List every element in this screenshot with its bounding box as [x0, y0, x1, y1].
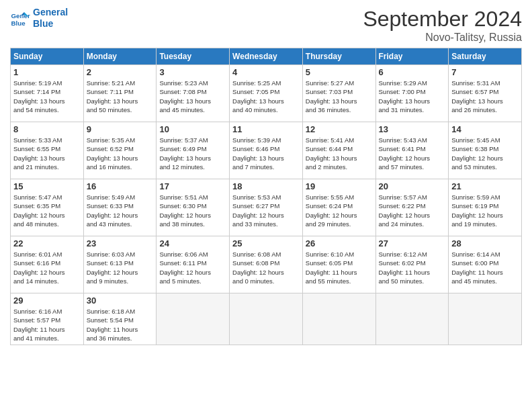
- day-info: Sunrise: 5:59 AMSunset: 6:19 PMDaylight:…: [451, 193, 519, 228]
- day-info: Sunrise: 6:16 AMSunset: 5:57 PMDaylight:…: [13, 307, 81, 342]
- calendar-week-row: 22Sunrise: 6:01 AMSunset: 6:16 PMDayligh…: [11, 236, 522, 293]
- day-number: 14: [451, 124, 519, 134]
- day-info: Sunrise: 6:06 AMSunset: 6:11 PMDaylight:…: [159, 250, 226, 285]
- day-number: 16: [87, 181, 154, 191]
- table-row: 16Sunrise: 5:49 AMSunset: 6:33 PMDayligh…: [83, 179, 157, 236]
- day-info: Sunrise: 6:12 AMSunset: 6:02 PMDaylight:…: [379, 250, 446, 285]
- day-info: Sunrise: 6:10 AMSunset: 6:05 PMDaylight:…: [306, 250, 373, 285]
- table-row: [449, 293, 522, 345]
- day-number: 26: [306, 238, 373, 248]
- header-wednesday: Wednesday: [230, 48, 303, 65]
- day-number: 27: [379, 238, 446, 248]
- table-row: 8Sunrise: 5:33 AMSunset: 6:55 PMDaylight…: [11, 122, 84, 179]
- table-row: 5Sunrise: 5:27 AMSunset: 7:03 PMDaylight…: [302, 65, 375, 122]
- table-row: [302, 293, 375, 345]
- title-block: September 2024 Novo-Talitsy, Russia: [363, 7, 522, 44]
- day-number: 13: [379, 124, 446, 134]
- day-info: Sunrise: 5:37 AMSunset: 6:49 PMDaylight:…: [159, 136, 226, 171]
- table-row: 23Sunrise: 6:03 AMSunset: 6:13 PMDayligh…: [83, 236, 157, 293]
- table-row: [230, 293, 303, 345]
- day-number: 15: [13, 181, 81, 191]
- table-row: 1Sunrise: 5:19 AMSunset: 7:14 PMDaylight…: [11, 65, 84, 122]
- table-row: 6Sunrise: 5:29 AMSunset: 7:00 PMDaylight…: [375, 65, 449, 122]
- location-subtitle: Novo-Talitsy, Russia: [363, 32, 522, 44]
- header-sunday: Sunday: [11, 48, 84, 65]
- day-number: 17: [159, 181, 226, 191]
- header-friday: Friday: [375, 48, 449, 65]
- table-row: 26Sunrise: 6:10 AMSunset: 6:05 PMDayligh…: [302, 236, 375, 293]
- day-info: Sunrise: 5:21 AMSunset: 7:11 PMDaylight:…: [87, 79, 154, 114]
- table-row: 25Sunrise: 6:08 AMSunset: 6:08 PMDayligh…: [230, 236, 303, 293]
- calendar-table: Sunday Monday Tuesday Wednesday Thursday…: [10, 48, 522, 345]
- day-info: Sunrise: 5:23 AMSunset: 7:08 PMDaylight:…: [159, 79, 226, 114]
- table-row: 17Sunrise: 5:51 AMSunset: 6:30 PMDayligh…: [157, 179, 230, 236]
- day-number: 25: [232, 238, 300, 248]
- header-monday: Monday: [83, 48, 157, 65]
- table-row: [157, 293, 230, 345]
- day-number: 3: [159, 67, 226, 77]
- day-info: Sunrise: 5:49 AMSunset: 6:33 PMDaylight:…: [87, 193, 154, 228]
- day-info: Sunrise: 5:27 AMSunset: 7:03 PMDaylight:…: [306, 79, 373, 114]
- day-info: Sunrise: 5:57 AMSunset: 6:22 PMDaylight:…: [379, 193, 446, 228]
- page-container: General Blue General Blue September 2024…: [0, 0, 532, 352]
- day-info: Sunrise: 5:45 AMSunset: 6:38 PMDaylight:…: [451, 136, 519, 171]
- day-number: 23: [87, 238, 154, 248]
- table-row: 11Sunrise: 5:39 AMSunset: 6:46 PMDayligh…: [230, 122, 303, 179]
- table-row: 4Sunrise: 5:25 AMSunset: 7:05 PMDaylight…: [230, 65, 303, 122]
- table-row: 10Sunrise: 5:37 AMSunset: 6:49 PMDayligh…: [157, 122, 230, 179]
- day-number: 10: [159, 124, 226, 134]
- day-info: Sunrise: 5:19 AMSunset: 7:14 PMDaylight:…: [13, 79, 81, 114]
- table-row: 21Sunrise: 5:59 AMSunset: 6:19 PMDayligh…: [449, 179, 522, 236]
- table-row: 7Sunrise: 5:31 AMSunset: 6:57 PMDaylight…: [449, 65, 522, 122]
- logo: General Blue General Blue: [10, 7, 68, 30]
- day-number: 28: [451, 238, 519, 248]
- header: General Blue General Blue September 2024…: [10, 7, 522, 44]
- table-row: 22Sunrise: 6:01 AMSunset: 6:16 PMDayligh…: [11, 236, 84, 293]
- table-row: 20Sunrise: 5:57 AMSunset: 6:22 PMDayligh…: [375, 179, 449, 236]
- calendar-week-row: 29Sunrise: 6:16 AMSunset: 5:57 PMDayligh…: [11, 293, 522, 345]
- header-thursday: Thursday: [302, 48, 375, 65]
- day-info: Sunrise: 5:53 AMSunset: 6:27 PMDaylight:…: [232, 193, 300, 228]
- day-info: Sunrise: 5:43 AMSunset: 6:41 PMDaylight:…: [379, 136, 446, 171]
- table-row: 14Sunrise: 5:45 AMSunset: 6:38 PMDayligh…: [449, 122, 522, 179]
- table-row: 29Sunrise: 6:16 AMSunset: 5:57 PMDayligh…: [11, 293, 84, 345]
- table-row: [375, 293, 449, 345]
- header-saturday: Saturday: [449, 48, 522, 65]
- day-info: Sunrise: 6:14 AMSunset: 6:00 PMDaylight:…: [451, 250, 519, 285]
- svg-text:Blue: Blue: [11, 19, 26, 26]
- day-number: 6: [379, 67, 446, 77]
- day-number: 29: [13, 295, 81, 306]
- day-number: 12: [306, 124, 373, 134]
- day-number: 20: [379, 181, 446, 191]
- day-info: Sunrise: 5:39 AMSunset: 6:46 PMDaylight:…: [232, 136, 300, 171]
- table-row: 3Sunrise: 5:23 AMSunset: 7:08 PMDaylight…: [157, 65, 230, 122]
- month-title: September 2024: [363, 7, 522, 32]
- logo-text: General Blue: [33, 7, 68, 30]
- day-info: Sunrise: 5:25 AMSunset: 7:05 PMDaylight:…: [232, 79, 300, 114]
- day-number: 5: [306, 67, 373, 77]
- day-number: 1: [13, 67, 81, 77]
- day-info: Sunrise: 6:18 AMSunset: 5:54 PMDaylight:…: [87, 307, 154, 342]
- table-row: 18Sunrise: 5:53 AMSunset: 6:27 PMDayligh…: [230, 179, 303, 236]
- table-row: 27Sunrise: 6:12 AMSunset: 6:02 PMDayligh…: [375, 236, 449, 293]
- day-number: 7: [451, 67, 519, 77]
- day-info: Sunrise: 5:51 AMSunset: 6:30 PMDaylight:…: [159, 193, 226, 228]
- table-row: 24Sunrise: 6:06 AMSunset: 6:11 PMDayligh…: [157, 236, 230, 293]
- day-number: 11: [232, 124, 300, 134]
- logo-icon: General Blue: [10, 8, 30, 28]
- table-row: 13Sunrise: 5:43 AMSunset: 6:41 PMDayligh…: [375, 122, 449, 179]
- day-info: Sunrise: 5:29 AMSunset: 7:00 PMDaylight:…: [379, 79, 446, 114]
- day-info: Sunrise: 5:31 AMSunset: 6:57 PMDaylight:…: [451, 79, 519, 114]
- day-number: 30: [87, 295, 154, 306]
- day-number: 4: [232, 67, 300, 77]
- day-info: Sunrise: 5:41 AMSunset: 6:44 PMDaylight:…: [306, 136, 373, 171]
- table-row: 2Sunrise: 5:21 AMSunset: 7:11 PMDaylight…: [83, 65, 157, 122]
- day-number: 8: [13, 124, 81, 134]
- table-row: 19Sunrise: 5:55 AMSunset: 6:24 PMDayligh…: [302, 179, 375, 236]
- table-row: 9Sunrise: 5:35 AMSunset: 6:52 PMDaylight…: [83, 122, 157, 179]
- day-number: 22: [13, 238, 81, 248]
- header-tuesday: Tuesday: [157, 48, 230, 65]
- day-number: 19: [306, 181, 373, 191]
- day-number: 18: [232, 181, 300, 191]
- day-info: Sunrise: 6:01 AMSunset: 6:16 PMDaylight:…: [13, 250, 81, 285]
